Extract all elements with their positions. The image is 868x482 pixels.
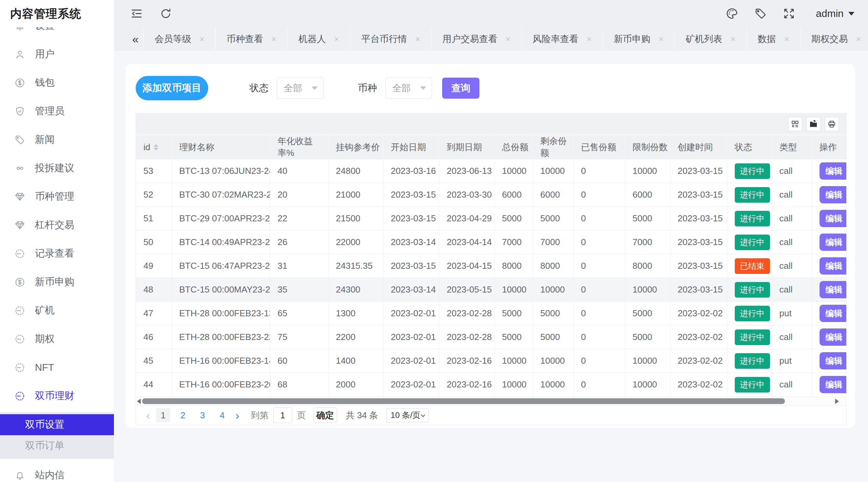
close-icon[interactable]: × — [587, 35, 592, 43]
type-cell: call — [772, 278, 812, 302]
page-number-1[interactable]: 1 — [156, 408, 170, 422]
export-icon[interactable] — [806, 117, 821, 131]
cell: ETH-16 00:00FEB23-1400-P — [172, 349, 270, 373]
scroll-right-arrow-icon[interactable] — [835, 399, 839, 404]
columns-icon[interactable] — [788, 117, 802, 131]
sidebar-subitem-0[interactable]: 双币设置 — [0, 414, 114, 435]
prev-page-button[interactable]: ‹ — [143, 409, 153, 422]
sidebar-item-label: 钱包 — [35, 76, 55, 89]
tab-0[interactable]: 会员等级× — [143, 27, 215, 51]
edit-button[interactable]: 编辑 — [820, 281, 847, 298]
edit-button[interactable]: 编辑 — [820, 328, 847, 346]
close-icon[interactable]: × — [658, 35, 664, 43]
tab-4[interactable]: 用户交易查看× — [431, 27, 521, 51]
type-cell: put — [772, 349, 812, 373]
tab-6[interactable]: 新币申购× — [603, 27, 674, 51]
tab-8[interactable]: 数据× — [746, 27, 800, 51]
sidebar-item-14[interactable]: 站内信 — [0, 461, 114, 482]
tab-label: 会员等级 — [155, 33, 191, 45]
sidebar-item-4[interactable]: 新闻 — [0, 125, 114, 154]
close-icon[interactable]: × — [334, 35, 339, 43]
next-page-button[interactable]: › — [232, 409, 242, 422]
sidebar-item-11[interactable]: 期权 — [0, 325, 114, 353]
close-icon[interactable]: × — [856, 35, 861, 43]
page-number-3[interactable]: 3 — [195, 408, 210, 422]
scrollbar-thumb[interactable] — [142, 398, 785, 404]
tab-2[interactable]: 机器人× — [287, 27, 350, 51]
edit-button[interactable]: 编辑 — [820, 305, 847, 322]
close-icon[interactable]: × — [199, 35, 204, 43]
dial-icon — [14, 334, 25, 345]
tab-bar: « 会员等级×币种查看×机器人×平台币行情×用户交易查看×风险率查看×新币申购×… — [114, 27, 868, 51]
sidebar-item-12[interactable]: NFT — [0, 353, 114, 382]
sidebar-item-7[interactable]: 杠杆交易 — [0, 211, 114, 239]
page-size-select[interactable]: 10 条/页 — [386, 408, 429, 422]
page-number-2[interactable]: 2 — [176, 408, 190, 422]
edit-button[interactable]: 编辑 — [820, 234, 847, 251]
print-icon[interactable] — [825, 117, 839, 131]
close-icon[interactable]: × — [784, 35, 789, 43]
query-button[interactable]: 查询 — [442, 78, 479, 99]
status-cell: 进行中 — [727, 373, 772, 397]
status-badge: 进行中 — [735, 187, 770, 203]
palette-icon[interactable] — [726, 7, 738, 20]
sort-icon[interactable] — [154, 144, 158, 150]
add-dual-currency-button[interactable]: 添加双币项目 — [136, 76, 208, 100]
tab-3[interactable]: 平台币行情× — [350, 27, 431, 51]
action-cell: 编辑 — [812, 302, 846, 325]
fullscreen-icon[interactable] — [783, 7, 795, 20]
page-numbers: 1234 — [153, 408, 232, 422]
cell: 10000 — [533, 278, 573, 302]
table-row: 47ETH-28 00:00FEB23-1300-P6513002023-02-… — [136, 302, 846, 325]
sidebar-item-8[interactable]: 记录查看 — [0, 239, 114, 268]
tabs-scroll-left-icon[interactable]: « — [127, 27, 143, 51]
cell: 2023-02-02 — [670, 349, 727, 373]
column-header-8: 已售份额 — [573, 135, 625, 159]
close-icon[interactable]: × — [506, 35, 511, 43]
tab-1[interactable]: 币种查看× — [215, 27, 287, 51]
collapse-sidebar-icon[interactable] — [130, 7, 143, 20]
tab-5[interactable]: 风险率查看× — [521, 27, 603, 51]
cell: 2023-02-02 — [670, 325, 727, 349]
edit-button[interactable]: 编辑 — [820, 376, 847, 393]
close-icon[interactable]: × — [415, 35, 420, 43]
cell: 7000 — [494, 230, 533, 254]
total-count: 共 34 条 — [346, 409, 378, 421]
tab-7[interactable]: 矿机列表× — [674, 27, 746, 51]
edit-button[interactable]: 编辑 — [820, 210, 847, 227]
user-menu[interactable]: admin — [816, 8, 854, 19]
table-row: 49BTC-15 06:47APR23-2431...3124315.35202… — [136, 254, 846, 278]
tab-9[interactable]: 期权交易× — [800, 27, 868, 51]
sidebar-item-3[interactable]: 管理员 — [0, 97, 114, 125]
coin-filter-select[interactable]: 全部 — [385, 78, 432, 99]
page-number-4[interactable]: 4 — [215, 408, 229, 422]
sidebar-item-13[interactable]: 双币理财 — [0, 382, 114, 410]
horizontal-scrollbar[interactable] — [136, 397, 846, 405]
edit-button[interactable]: 编辑 — [820, 162, 847, 180]
goto-page-input[interactable] — [273, 407, 292, 423]
type-cell: call — [772, 159, 812, 183]
sidebar-item-6[interactable]: 币种管理 — [0, 182, 114, 211]
edit-button[interactable]: 编辑 — [820, 257, 847, 275]
sidebar-item-10[interactable]: 矿机 — [0, 296, 114, 325]
cell: 21500 — [328, 207, 383, 230]
sidebar-item-5[interactable]: 投拆建议 — [0, 154, 114, 182]
refresh-icon[interactable] — [159, 7, 172, 20]
edit-button[interactable]: 编辑 — [820, 352, 847, 369]
cell: 2023-03-15 — [670, 159, 727, 183]
status-filter-select[interactable]: 全部 — [277, 78, 323, 99]
sidebar-subitem-1[interactable]: 双币订单 — [0, 435, 114, 456]
sidebar-item-9[interactable]: 新币申购 — [0, 268, 114, 296]
confirm-button[interactable]: 确定 — [313, 407, 337, 423]
diamond-icon — [14, 191, 25, 202]
sidebar-item-0[interactable]: 设置 — [0, 27, 114, 40]
tag-icon[interactable] — [754, 7, 767, 20]
sidebar-item-2[interactable]: 钱包 — [0, 68, 114, 97]
close-icon[interactable]: × — [730, 35, 735, 43]
column-header-0[interactable]: id — [136, 135, 172, 159]
scroll-left-arrow-icon[interactable] — [137, 399, 141, 404]
edit-button[interactable]: 编辑 — [820, 186, 847, 203]
cell: 5000 — [494, 302, 533, 325]
close-icon[interactable]: × — [271, 35, 276, 43]
sidebar-item-1[interactable]: 用户 — [0, 40, 114, 68]
